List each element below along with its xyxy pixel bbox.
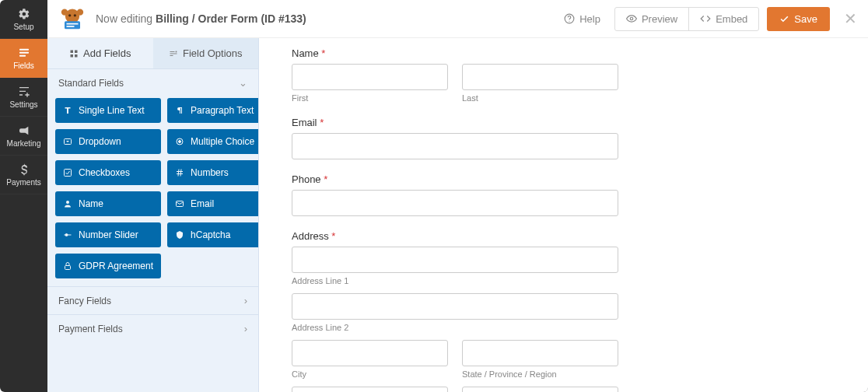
email-input[interactable]: [292, 133, 618, 159]
phone-input[interactable]: [292, 190, 618, 216]
paragraph-icon: [175, 106, 184, 115]
field-type-dropdown[interactable]: Dropdown: [55, 129, 161, 154]
svg-point-12: [569, 21, 570, 22]
svg-rect-22: [65, 170, 72, 177]
slider-icon: [63, 230, 72, 240]
svg-point-27: [66, 201, 69, 204]
embed-button[interactable]: Embed: [689, 8, 758, 30]
shield-icon: [175, 230, 184, 240]
field-type-paragraph-text[interactable]: Paragraph Text: [167, 98, 259, 123]
field-type-hcaptcha[interactable]: hCaptcha: [167, 222, 259, 247]
section-payment-fields[interactable]: Payment Fields ›: [47, 314, 258, 342]
svg-rect-8: [67, 26, 75, 27]
svg-rect-1: [19, 51, 29, 53]
sublabel: Last: [462, 93, 618, 103]
sidenav-label: Settings: [9, 100, 37, 109]
options-icon: [169, 49, 178, 58]
svg-rect-7: [67, 23, 79, 25]
address-line2-input[interactable]: [292, 293, 618, 320]
section-standard-fields[interactable]: Standard Fields ⌄: [47, 69, 258, 96]
svg-rect-15: [75, 50, 78, 53]
svg-point-21: [179, 141, 181, 143]
name-first-input[interactable]: [292, 64, 448, 90]
sliders-icon: [18, 86, 30, 98]
help-link[interactable]: Help: [555, 9, 610, 30]
field-label: Address *: [292, 230, 618, 242]
preview-button[interactable]: Preview: [615, 8, 689, 30]
svg-line-26: [180, 170, 181, 177]
sidenav-item-setup[interactable]: Setup: [0, 0, 47, 39]
sidenav-item-fields[interactable]: Fields: [0, 39, 47, 78]
checkbox-icon: [63, 168, 72, 177]
field-type-single-line-text[interactable]: Single Line Text: [55, 98, 161, 123]
check-icon: [779, 14, 789, 24]
text-icon: [63, 106, 72, 115]
form-icon: [18, 47, 30, 59]
help-icon: [564, 13, 575, 24]
city-input[interactable]: [292, 340, 448, 366]
svg-point-30: [65, 234, 68, 236]
main-sidenav: Setup Fields Settings Marketing Payments: [0, 0, 47, 392]
form-field-email[interactable]: Email *: [292, 117, 618, 159]
field-type-numbers[interactable]: Numbers: [167, 160, 259, 185]
field-type-label: Email: [191, 198, 214, 209]
svg-point-13: [630, 17, 633, 20]
name-last-input[interactable]: [462, 64, 618, 90]
postal-input[interactable]: [292, 387, 448, 392]
tab-add-fields[interactable]: Add Fields: [47, 38, 153, 68]
fields-panel: Add Fields Field Options Standard Fields…: [47, 38, 259, 392]
radio-icon: [175, 137, 184, 146]
sidenav-label: Payments: [6, 178, 40, 187]
hash-icon: [175, 168, 184, 177]
close-icon: ✕: [844, 10, 857, 27]
page-title: Now editing Billing / Order Form (ID #13…: [96, 12, 306, 25]
form-canvas-wrap: Name * First Last: [259, 38, 868, 392]
field-type-name[interactable]: Name: [55, 191, 161, 216]
form-field-phone[interactable]: Phone *: [292, 173, 618, 216]
state-input[interactable]: [462, 340, 618, 366]
sidenav-item-marketing[interactable]: Marketing: [0, 117, 47, 156]
svg-point-9: [68, 14, 71, 16]
app-logo: [58, 6, 86, 31]
svg-rect-6: [65, 21, 80, 29]
lock-icon: [63, 261, 72, 271]
chevron-right-icon: ›: [244, 323, 247, 334]
sidenav-label: Fields: [13, 61, 34, 70]
form-field-address[interactable]: Address * Address Line 1 Address Line 2 …: [292, 230, 618, 392]
address-line1-input[interactable]: [292, 247, 618, 273]
editor-header: Now editing Billing / Order Form (ID #13…: [47, 0, 868, 38]
user-icon: [63, 199, 72, 208]
close-editor-button[interactable]: ✕: [844, 9, 857, 28]
sidenav-item-payments[interactable]: Payments: [0, 156, 47, 194]
sublabel: Address Line 1: [292, 276, 618, 285]
sidenav-item-settings[interactable]: Settings: [0, 78, 47, 117]
country-select[interactable]: Afghanistan: [462, 387, 618, 392]
sublabel: City: [292, 369, 448, 379]
field-type-email[interactable]: Email: [167, 191, 259, 216]
chevron-down-icon: ⌄: [239, 77, 247, 89]
section-fancy-fields[interactable]: Fancy Fields ›: [47, 286, 258, 314]
field-type-multiple-choice[interactable]: Multiple Choice: [167, 129, 259, 154]
form-canvas[interactable]: Name * First Last: [259, 38, 868, 392]
svg-rect-17: [75, 54, 78, 58]
dropdown-icon: [63, 137, 72, 146]
sidenav-label: Marketing: [7, 139, 41, 148]
dollar-icon: [18, 163, 30, 176]
standard-fields-grid: Single Line TextParagraph TextDropdownMu…: [47, 96, 258, 286]
field-type-label: Number Slider: [79, 229, 138, 240]
form-field-name[interactable]: Name * First Last: [292, 47, 618, 103]
megaphone-icon: [18, 124, 30, 137]
field-type-gdpr-agreement[interactable]: GDPR Agreement: [55, 254, 161, 278]
tab-field-options[interactable]: Field Options: [153, 38, 259, 68]
svg-point-18: [175, 51, 177, 52]
sublabel: Address Line 2: [292, 323, 618, 332]
field-type-label: Single Line Text: [79, 105, 145, 116]
field-type-label: Numbers: [191, 167, 229, 178]
svg-line-25: [178, 170, 179, 177]
sidenav-label: Setup: [13, 23, 33, 31]
mail-icon: [175, 199, 184, 208]
save-button[interactable]: Save: [767, 7, 830, 31]
field-type-number-slider[interactable]: Number Slider: [55, 222, 161, 247]
svg-point-10: [74, 14, 76, 16]
field-type-checkboxes[interactable]: Checkboxes: [55, 160, 161, 185]
